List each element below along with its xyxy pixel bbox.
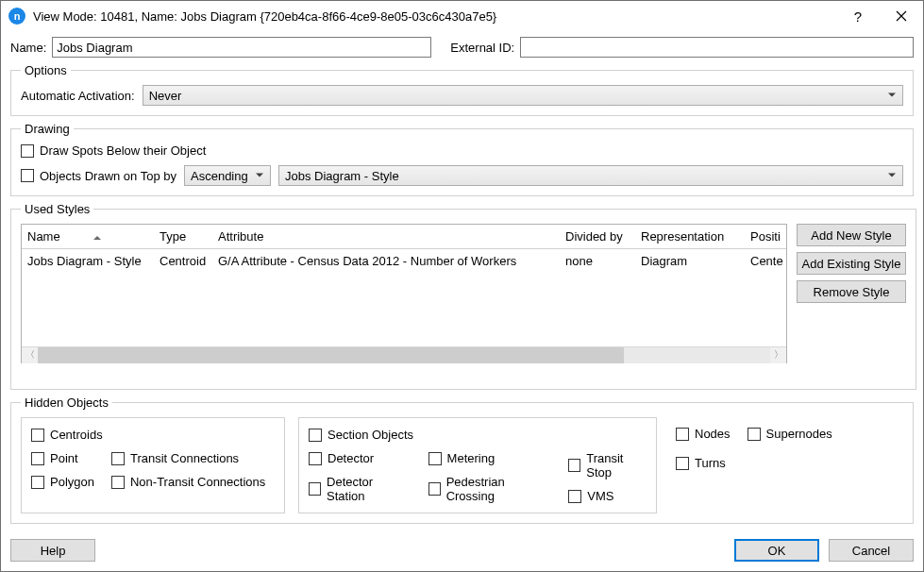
scroll-thumb[interactable]	[38, 347, 624, 363]
checkbox-icon	[676, 428, 689, 441]
point-checkbox[interactable]: Point	[31, 451, 94, 465]
cell-divided-by: none	[560, 254, 635, 268]
checkbox-icon	[31, 429, 44, 442]
name-label: Name:	[10, 41, 46, 55]
sort-order-select[interactable]: Ascending	[184, 165, 271, 186]
styles-table-body: Jobs Diagram - Style Centroid G/A Attrib…	[22, 249, 786, 346]
cell-name: Jobs Diagram - Style	[22, 254, 154, 268]
help-button[interactable]: Help	[10, 539, 95, 562]
options-legend: Options	[21, 63, 71, 77]
transit-stop-checkbox[interactable]: Transit Stop	[568, 451, 647, 479]
styles-table[interactable]: Name Type Attribute Divided by Represent…	[21, 224, 787, 363]
app-icon: n	[8, 8, 25, 25]
table-row[interactable]: Jobs Diagram - Style Centroid G/A Attrib…	[22, 249, 786, 272]
detector-station-checkbox[interactable]: Detector Station	[309, 475, 408, 503]
checkbox-icon	[568, 490, 581, 503]
nodes-checkbox[interactable]: Nodes	[676, 427, 731, 441]
objects-on-top-label: Objects Drawn on Top by	[40, 169, 176, 183]
styles-buttons: Add New Style Add Existing Style Remove …	[797, 224, 906, 363]
hidden-objects-group: Hidden Objects Centroids Point Polygon T…	[10, 395, 914, 524]
used-styles-group: Used Styles Name Type Attribute Divided …	[10, 202, 916, 390]
checkbox-icon	[111, 452, 125, 465]
auto-activation-label: Automatic Activation:	[21, 89, 135, 103]
cell-attribute: G/A Attribute - Census Data 2012 - Numbe…	[212, 254, 560, 268]
vms-checkbox[interactable]: VMS	[568, 489, 647, 503]
section-objects-checkbox[interactable]: Section Objects	[309, 428, 647, 442]
hidden-col-nodes-turns: Nodes Supernodes Turns	[670, 417, 832, 513]
dialog-window: n View Mode: 10481, Name: Jobs Diagram {…	[0, 0, 924, 572]
title-bar: n View Mode: 10481, Name: Jobs Diagram {…	[1, 1, 923, 31]
pedestrian-crossing-checkbox[interactable]: Pedestrian Crossing	[428, 475, 548, 503]
sort-asc-icon	[93, 232, 101, 240]
checkbox-icon	[31, 476, 44, 489]
col-header-divided-by[interactable]: Divided by	[560, 229, 635, 244]
checkbox-icon	[676, 457, 689, 470]
checkbox-icon	[309, 429, 322, 442]
add-existing-style-button[interactable]: Add Existing Style	[797, 252, 906, 275]
top-style-value: Jobs Diagram - Style	[285, 169, 399, 183]
dialog-footer: Help OK Cancel	[1, 530, 923, 571]
scroll-left-icon[interactable]: 〈	[22, 347, 38, 363]
col-header-type[interactable]: Type	[154, 229, 212, 244]
objects-on-top-checkbox[interactable]: Objects Drawn on Top by	[21, 169, 176, 183]
top-style-select[interactable]: Jobs Diagram - Style	[278, 165, 903, 186]
titlebar-help-button[interactable]: ?	[836, 1, 880, 31]
hidden-box-sections: Section Objects Detector Detector Statio…	[298, 417, 657, 513]
checkbox-icon	[31, 452, 44, 465]
remove-style-button[interactable]: Remove Style	[797, 280, 906, 303]
col-header-position[interactable]: Positi	[745, 229, 786, 244]
drawing-legend: Drawing	[21, 122, 74, 136]
auto-activation-value: Never	[149, 89, 182, 103]
horizontal-scrollbar[interactable]: 〈 〉	[22, 346, 786, 362]
detector-checkbox[interactable]: Detector	[309, 451, 408, 465]
checkbox-icon	[748, 428, 761, 441]
checkbox-icon	[568, 459, 580, 472]
checkbox-icon	[309, 482, 321, 496]
checkbox-icon	[428, 482, 441, 496]
ok-button[interactable]: OK	[734, 539, 819, 562]
cancel-button[interactable]: Cancel	[829, 539, 914, 562]
used-styles-legend: Used Styles	[21, 202, 93, 216]
metering-checkbox[interactable]: Metering	[428, 451, 548, 465]
help-icon: ?	[854, 8, 862, 25]
col-header-representation[interactable]: Representation	[635, 229, 745, 244]
cell-type: Centroid	[154, 254, 212, 268]
col-header-attribute[interactable]: Attribute	[212, 229, 560, 244]
checkbox-icon	[21, 144, 34, 158]
drawing-group: Drawing Draw Spots Below their Object Ob…	[10, 122, 914, 196]
col-header-name[interactable]: Name	[22, 229, 154, 244]
add-new-style-button[interactable]: Add New Style	[797, 224, 906, 246]
cell-position: Cente	[745, 254, 786, 268]
name-extid-row: Name: External ID:	[10, 37, 914, 58]
scroll-track[interactable]	[38, 347, 770, 363]
checkbox-icon	[428, 452, 442, 465]
external-id-label: External ID:	[450, 41, 514, 55]
draw-spots-below-checkbox[interactable]: Draw Spots Below their Object	[21, 143, 903, 158]
styles-table-header: Name Type Attribute Divided by Represent…	[22, 225, 786, 249]
transit-connections-checkbox[interactable]: Transit Connections	[111, 451, 265, 465]
checkbox-icon	[309, 452, 322, 465]
options-group: Options Automatic Activation: Never	[10, 63, 914, 116]
draw-spots-below-label: Draw Spots Below their Object	[40, 143, 206, 158]
window-title: View Mode: 10481, Name: Jobs Diagram {72…	[33, 9, 836, 24]
hidden-objects-legend: Hidden Objects	[21, 395, 112, 410]
dialog-content: Name: External ID: Options Automatic Act…	[1, 31, 923, 530]
non-transit-connections-checkbox[interactable]: Non-Transit Connections	[111, 475, 265, 489]
auto-activation-select[interactable]: Never	[143, 85, 903, 106]
hidden-box-centroids: Centroids Point Polygon Transit Connecti…	[21, 417, 285, 513]
checkbox-icon	[111, 476, 125, 489]
checkbox-icon	[21, 169, 34, 182]
cell-representation: Diagram	[635, 254, 745, 268]
name-input[interactable]	[52, 37, 431, 58]
external-id-input[interactable]	[520, 37, 914, 58]
titlebar-close-button[interactable]	[880, 1, 923, 31]
polygon-checkbox[interactable]: Polygon	[31, 475, 94, 489]
centroids-checkbox[interactable]: Centroids	[31, 428, 275, 442]
sort-order-value: Ascending	[191, 169, 248, 183]
close-icon	[896, 10, 907, 22]
supernodes-checkbox[interactable]: Supernodes	[748, 427, 832, 441]
turns-checkbox[interactable]: Turns	[676, 456, 832, 470]
scroll-right-icon[interactable]: 〉	[770, 347, 786, 363]
